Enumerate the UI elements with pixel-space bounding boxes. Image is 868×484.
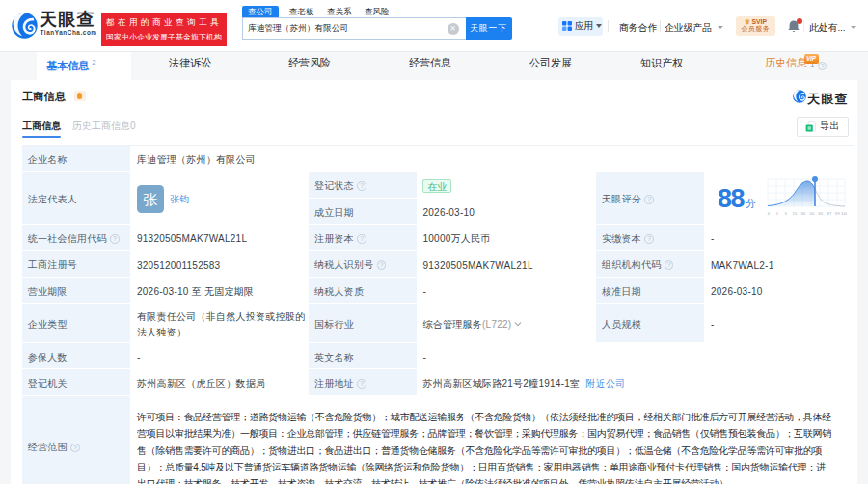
svg-text:65: 65: [819, 211, 824, 216]
svg-text:30: 30: [801, 211, 806, 216]
svg-text:87: 87: [827, 211, 832, 216]
svg-text:50: 50: [810, 211, 815, 216]
svg-text:15: 15: [793, 211, 798, 216]
svg-text:99: 99: [835, 211, 840, 216]
svg-text:5: 5: [785, 211, 788, 216]
svg-text:100: 100: [841, 211, 847, 216]
svg-text:1: 1: [776, 211, 779, 216]
svg-text:0: 0: [768, 211, 771, 216]
